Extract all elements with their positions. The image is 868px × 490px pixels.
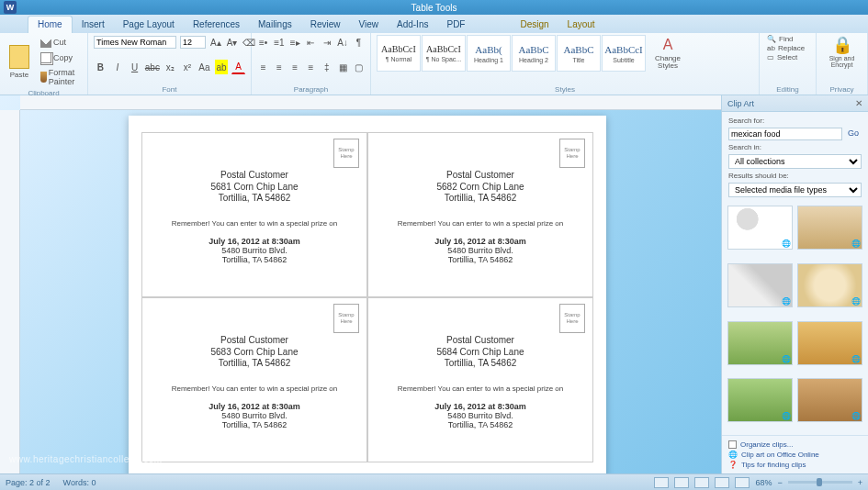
- bullets-button[interactable]: ≡•: [257, 35, 269, 50]
- cut-button[interactable]: Cut: [37, 35, 84, 50]
- clip-thumb[interactable]: [797, 321, 862, 365]
- font-name-select[interactable]: [94, 36, 176, 49]
- postcard[interactable]: StampHerePostal Customer5683 Corn Chip L…: [141, 297, 367, 462]
- clip-thumb[interactable]: [727, 321, 793, 365]
- paste-button[interactable]: Paste: [6, 43, 33, 81]
- tab-design[interactable]: Design: [511, 17, 558, 33]
- zoom-level[interactable]: 68%: [755, 478, 772, 487]
- workspace: StampHerePostal Customer5681 Corn Chip L…: [0, 95, 868, 473]
- sign-encrypt-button[interactable]: 🔒 Sign and Encrypt: [822, 35, 862, 70]
- clip-thumb[interactable]: [797, 378, 862, 422]
- replace-icon: ab: [767, 44, 775, 52]
- multilevel-button[interactable]: ≡▸: [289, 35, 301, 50]
- tab-insert[interactable]: Insert: [73, 17, 114, 33]
- print-layout-view-button[interactable]: [654, 477, 669, 488]
- tab-layout[interactable]: Layout: [558, 17, 604, 33]
- style-item[interactable]: AaBbCcI¶ Normal: [377, 35, 421, 72]
- sort-button[interactable]: A↓: [336, 35, 349, 50]
- styles-gallery[interactable]: AaBbCcI¶ NormalAaBbCcI¶ No Spac...AaBb(H…: [377, 35, 646, 72]
- style-item[interactable]: AaBbCcI¶ No Spac...: [422, 35, 466, 72]
- font-color-button[interactable]: A: [231, 60, 245, 74]
- tab-review[interactable]: Review: [301, 17, 350, 33]
- page-indicator[interactable]: Page: 2 of 2: [6, 478, 51, 487]
- font-size-select[interactable]: [180, 36, 206, 49]
- clip-thumb[interactable]: [797, 206, 862, 250]
- bold-button[interactable]: B: [94, 60, 107, 74]
- media-types-select[interactable]: Selected media file types: [728, 183, 862, 197]
- reminder-text: Remember! You can enter to win a special…: [374, 219, 587, 228]
- pane-close-button[interactable]: ✕: [855, 98, 862, 108]
- page[interactable]: StampHerePostal Customer5681 Corn Chip L…: [129, 116, 606, 473]
- go-button[interactable]: Go: [845, 128, 862, 140]
- reminder-text: Remember! You can enter to win a special…: [148, 219, 361, 228]
- borders-button[interactable]: ▢: [353, 60, 365, 74]
- zoom-slider[interactable]: [788, 481, 852, 484]
- zoom-in-button[interactable]: +: [858, 478, 862, 487]
- tab-references[interactable]: References: [184, 17, 249, 33]
- show-marks-button[interactable]: ¶: [353, 35, 365, 50]
- full-screen-view-button[interactable]: [674, 477, 689, 488]
- ruler-horizontal[interactable]: [20, 95, 721, 110]
- numbering-button[interactable]: ≡1: [273, 35, 285, 50]
- tips-link[interactable]: ❓Tips for finding clips: [728, 460, 862, 470]
- style-item[interactable]: AaBbCTitle: [557, 35, 601, 72]
- shrink-font-button[interactable]: A▾: [226, 35, 239, 50]
- brush-icon: [40, 72, 47, 83]
- italic-button[interactable]: I: [111, 60, 125, 74]
- find-button[interactable]: 🔍Find: [765, 35, 810, 43]
- clip-thumb[interactable]: [727, 378, 793, 422]
- tab-pdf[interactable]: PDF: [437, 17, 474, 33]
- draft-view-button[interactable]: [735, 477, 750, 488]
- tab-home[interactable]: Home: [28, 16, 73, 33]
- contextual-tab-label: Table Tools: [411, 3, 457, 13]
- postcard[interactable]: StampHerePostal Customer5681 Corn Chip L…: [141, 132, 367, 297]
- highlight-button[interactable]: ab: [215, 60, 229, 74]
- indent-dec-button[interactable]: ⇤: [305, 35, 317, 50]
- outline-view-button[interactable]: [715, 477, 729, 488]
- tab-addins[interactable]: Add-Ins: [388, 17, 437, 33]
- subscript-button[interactable]: x₂: [163, 60, 177, 74]
- event-block: July 16, 2012 at 8:30am5480 Burrito Blvd…: [148, 237, 361, 264]
- align-left-button[interactable]: ≡: [257, 60, 269, 74]
- style-item[interactable]: AaBbCHeading 2: [512, 35, 556, 72]
- indent-inc-button[interactable]: ⇥: [321, 35, 333, 50]
- postcard[interactable]: StampHerePostal Customer5682 Corn Chip L…: [367, 132, 593, 297]
- format-painter-button[interactable]: Format Painter: [37, 66, 84, 88]
- clip-thumb[interactable]: [727, 263, 793, 307]
- online-label: Clip art on Office Online: [741, 451, 819, 459]
- line-spacing-button[interactable]: ‡: [321, 60, 333, 74]
- style-item[interactable]: AaBb(Heading 1: [467, 35, 511, 72]
- align-center-button[interactable]: ≡: [273, 60, 285, 74]
- search-for-label: Search for:: [728, 117, 862, 125]
- tab-page-layout[interactable]: Page Layout: [114, 17, 184, 33]
- postcard[interactable]: StampHerePostal Customer5684 Corn Chip L…: [367, 297, 593, 462]
- office-online-link[interactable]: 🌐Clip art on Office Online: [728, 450, 862, 460]
- change-styles-button[interactable]: A Change Styles: [649, 35, 686, 72]
- change-case-button[interactable]: Aa: [197, 60, 211, 74]
- shading-button[interactable]: ▦: [336, 60, 348, 74]
- organize-clips-link[interactable]: Organize clips...: [728, 440, 862, 450]
- align-right-button[interactable]: ≡: [289, 60, 301, 74]
- superscript-button[interactable]: x²: [181, 60, 195, 74]
- underline-button[interactable]: U: [128, 60, 141, 74]
- tab-mailings[interactable]: Mailings: [249, 17, 301, 33]
- search-input[interactable]: [728, 128, 842, 140]
- font-group-label: Font: [94, 84, 245, 94]
- pane-title: Clip Art: [727, 99, 754, 108]
- justify-button[interactable]: ≡: [305, 60, 317, 74]
- document-area[interactable]: StampHerePostal Customer5681 Corn Chip L…: [0, 95, 721, 473]
- clip-thumb[interactable]: [727, 206, 793, 250]
- zoom-out-button[interactable]: −: [777, 478, 782, 487]
- style-item[interactable]: AaBbCcISubtitle: [602, 35, 646, 72]
- tab-view[interactable]: View: [350, 17, 389, 33]
- ruler-vertical[interactable]: [0, 110, 20, 473]
- collections-select[interactable]: All collections: [728, 154, 862, 169]
- grow-font-button[interactable]: A▴: [209, 35, 222, 50]
- word-count[interactable]: Words: 0: [63, 478, 96, 487]
- strike-button[interactable]: abc: [145, 60, 160, 74]
- replace-button[interactable]: abReplace: [765, 44, 810, 52]
- web-layout-view-button[interactable]: [694, 477, 709, 488]
- clip-thumb[interactable]: [797, 263, 862, 307]
- copy-button[interactable]: Copy: [37, 50, 84, 65]
- select-button[interactable]: ▭Select: [765, 53, 810, 61]
